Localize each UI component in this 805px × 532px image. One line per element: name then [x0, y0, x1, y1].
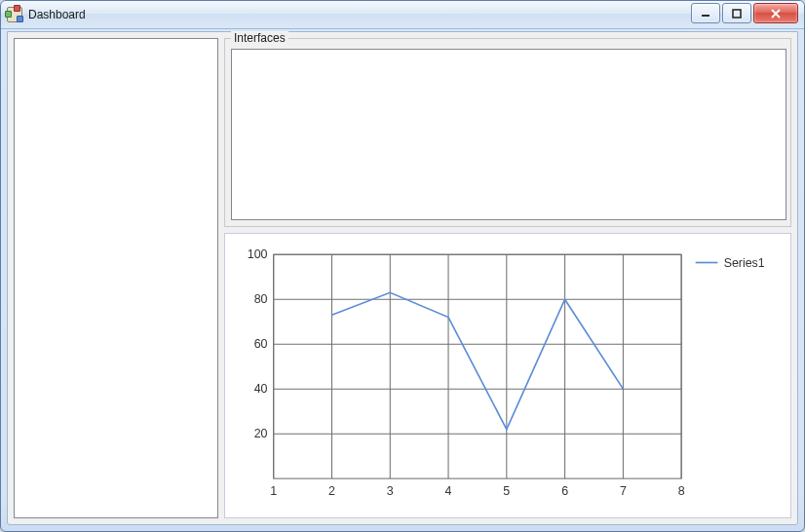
x-tick-label: 2 [328, 484, 335, 498]
maximize-button[interactable] [722, 3, 751, 23]
client-area: Interfaces 2040608010012345678Series1 [7, 31, 798, 525]
window-frame: Dashboard Interfaces 20406080100123 [0, 0, 805, 532]
x-tick-label: 1 [270, 484, 277, 498]
x-tick-label: 4 [445, 484, 452, 498]
x-tick-label: 8 [678, 484, 685, 498]
interfaces-group-label: Interfaces [231, 31, 288, 45]
x-tick-label: 5 [503, 484, 510, 498]
titlebar[interactable]: Dashboard [1, 1, 804, 29]
app-icon [7, 7, 22, 22]
svg-rect-2 [274, 254, 681, 478]
left-panel[interactable] [14, 38, 218, 518]
line-chart: 2040608010012345678Series1 [225, 234, 790, 517]
minimize-button[interactable] [691, 3, 720, 23]
interfaces-groupbox: Interfaces [224, 38, 791, 227]
x-tick-label: 3 [387, 484, 394, 498]
y-tick-label: 20 [254, 427, 268, 440]
legend-label: Series1 [724, 256, 765, 270]
close-button[interactable] [753, 3, 798, 23]
y-tick-label: 40 [254, 382, 268, 396]
svg-rect-1 [733, 10, 741, 18]
window-title: Dashboard [28, 8, 86, 21]
y-tick-label: 60 [254, 337, 268, 351]
x-tick-label: 6 [561, 484, 568, 498]
y-tick-label: 100 [248, 247, 268, 261]
interfaces-panel[interactable] [231, 49, 786, 220]
x-tick-label: 7 [620, 484, 627, 498]
y-tick-label: 80 [254, 292, 268, 306]
chart-container: 2040608010012345678Series1 [224, 233, 791, 518]
